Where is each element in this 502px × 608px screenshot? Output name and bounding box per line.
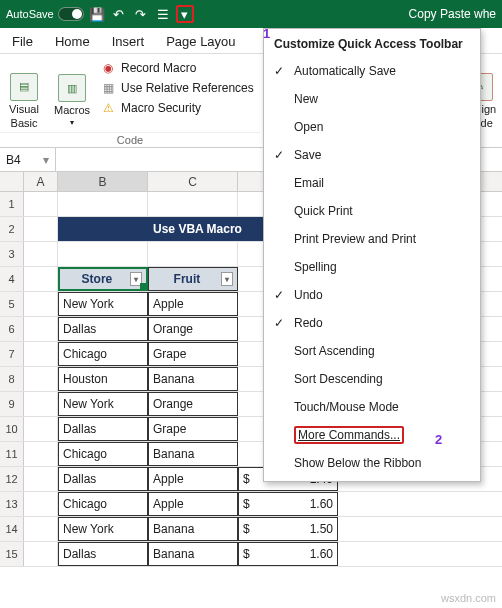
cell[interactable] xyxy=(24,542,58,566)
redo-icon[interactable]: ↷ xyxy=(132,5,150,23)
menu-print-preview[interactable]: Print Preview and Print xyxy=(264,225,480,253)
cell[interactable] xyxy=(24,367,58,391)
use-relative-refs-button[interactable]: ▦ Use Relative References xyxy=(100,80,254,96)
row-header[interactable]: 3 xyxy=(0,242,24,266)
cell-store[interactable]: Dallas xyxy=(58,467,148,491)
undo-icon[interactable]: ↶ xyxy=(110,5,128,23)
menu-show-below-ribbon[interactable]: Show Below the Ribbon xyxy=(264,449,480,477)
cell-store[interactable]: New York xyxy=(58,392,148,416)
customize-qat-dropdown[interactable]: ▾ xyxy=(176,5,194,23)
name-box[interactable]: B4 ▾ xyxy=(0,148,56,171)
cell-store[interactable]: Dallas xyxy=(58,317,148,341)
select-all-corner[interactable] xyxy=(0,172,24,191)
menu-quick-print[interactable]: Quick Print xyxy=(264,197,480,225)
tab-insert[interactable]: Insert xyxy=(110,30,147,53)
cell-fruit[interactable]: Banana xyxy=(148,517,238,541)
menu-new[interactable]: New xyxy=(264,85,480,113)
record-macro-button[interactable]: ◉ Record Macro xyxy=(100,60,254,76)
cell-fruit[interactable]: Apple xyxy=(148,492,238,516)
cell-price[interactable]: $1.60 xyxy=(238,542,338,566)
cell[interactable] xyxy=(24,417,58,441)
price-value: 1.50 xyxy=(310,522,333,536)
row-header[interactable]: 4 xyxy=(0,267,24,291)
row-header[interactable]: 11 xyxy=(0,442,24,466)
cell-store[interactable]: Dallas xyxy=(58,417,148,441)
autosave-toggle[interactable]: AutoSave xyxy=(6,7,84,21)
row-header[interactable]: 6 xyxy=(0,317,24,341)
macro-security-button[interactable]: ⚠ Macro Security xyxy=(100,100,254,116)
table-header-store[interactable]: Store ▾ xyxy=(58,267,148,291)
form-icon[interactable]: ☰ xyxy=(154,5,172,23)
grid-row: 14New YorkBanana$1.50 xyxy=(0,517,502,542)
cell[interactable] xyxy=(24,342,58,366)
cell[interactable] xyxy=(24,242,58,266)
col-C[interactable]: C xyxy=(148,172,238,191)
cell-store[interactable]: Dallas xyxy=(58,542,148,566)
col-A[interactable]: A xyxy=(24,172,58,191)
row-header[interactable]: 13 xyxy=(0,492,24,516)
row-header[interactable]: 1 xyxy=(0,192,24,216)
cell-store[interactable]: Houston xyxy=(58,367,148,391)
row-header[interactable]: 14 xyxy=(0,517,24,541)
menu-undo[interactable]: ✓Undo xyxy=(264,281,480,309)
row-header[interactable]: 9 xyxy=(0,392,24,416)
cell-fruit[interactable]: Grape xyxy=(148,417,238,441)
cell[interactable] xyxy=(58,242,148,266)
cell-fruit[interactable]: Orange xyxy=(148,317,238,341)
menu-sort-asc[interactable]: Sort Ascending xyxy=(264,337,480,365)
menu-email[interactable]: Email xyxy=(264,169,480,197)
menu-redo[interactable]: ✓Redo xyxy=(264,309,480,337)
tab-home[interactable]: Home xyxy=(53,30,92,53)
cell-store[interactable]: New York xyxy=(58,292,148,316)
cell-fruit[interactable]: Banana xyxy=(148,442,238,466)
cell-fruit[interactable]: Banana xyxy=(148,367,238,391)
cell[interactable] xyxy=(24,492,58,516)
row-header[interactable]: 5 xyxy=(0,292,24,316)
menu-save[interactable]: ✓Save xyxy=(264,141,480,169)
cell[interactable] xyxy=(24,467,58,491)
cell-fruit[interactable]: Grape xyxy=(148,342,238,366)
menu-spelling[interactable]: Spelling xyxy=(264,253,480,281)
cell-store[interactable]: Chicago xyxy=(58,492,148,516)
cell[interactable] xyxy=(24,292,58,316)
cell-price[interactable]: $1.60 xyxy=(238,492,338,516)
cell-store[interactable]: Chicago xyxy=(58,342,148,366)
cell[interactable] xyxy=(24,317,58,341)
cell-fruit[interactable]: Apple xyxy=(148,467,238,491)
menu-autosave[interactable]: ✓Automatically Save xyxy=(264,57,480,85)
cell-fruit[interactable]: Apple xyxy=(148,292,238,316)
cell[interactable] xyxy=(24,517,58,541)
row-header[interactable]: 10 xyxy=(0,417,24,441)
cell-store[interactable]: New York xyxy=(58,517,148,541)
cell[interactable] xyxy=(148,192,238,216)
cell[interactable] xyxy=(24,267,58,291)
row-header[interactable]: 15 xyxy=(0,542,24,566)
menu-open[interactable]: Open xyxy=(264,113,480,141)
cell-fruit[interactable]: Banana xyxy=(148,542,238,566)
row-header[interactable]: 12 xyxy=(0,467,24,491)
menu-label: Open xyxy=(294,120,323,134)
vb-label-2: Basic xyxy=(11,117,38,129)
cell[interactable] xyxy=(24,392,58,416)
row-header[interactable]: 8 xyxy=(0,367,24,391)
cell-fruit[interactable]: Orange xyxy=(148,392,238,416)
col-B[interactable]: B xyxy=(58,172,148,191)
cell[interactable] xyxy=(24,217,58,241)
cell-store[interactable]: Chicago xyxy=(58,442,148,466)
cell[interactable] xyxy=(58,192,148,216)
menu-sort-desc[interactable]: Sort Descending xyxy=(264,365,480,393)
table-header-fruit[interactable]: Fruit ▾ xyxy=(148,267,238,291)
selection-handle[interactable] xyxy=(140,283,146,289)
menu-more-commands[interactable]: More Commands... xyxy=(264,421,480,449)
save-icon[interactable]: 💾 xyxy=(88,5,106,23)
cell[interactable] xyxy=(24,442,58,466)
row-header[interactable]: 2 xyxy=(0,217,24,241)
tab-file[interactable]: File xyxy=(10,30,35,53)
filter-button[interactable]: ▾ xyxy=(221,272,233,286)
menu-touch-mode[interactable]: Touch/Mouse Mode xyxy=(264,393,480,421)
cell[interactable] xyxy=(148,242,238,266)
tab-page-layout[interactable]: Page Layou xyxy=(164,30,237,53)
cell-price[interactable]: $1.50 xyxy=(238,517,338,541)
row-header[interactable]: 7 xyxy=(0,342,24,366)
cell[interactable] xyxy=(24,192,58,216)
